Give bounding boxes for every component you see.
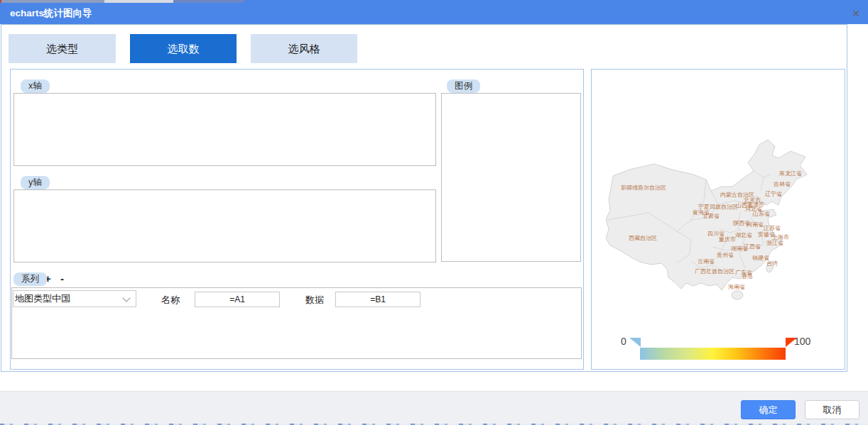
china-map-shape bbox=[606, 133, 833, 307]
data-label: 数据 bbox=[305, 294, 324, 307]
province-label: 黑龙江省 bbox=[779, 170, 802, 177]
x-axis-badge: x轴 bbox=[21, 79, 50, 93]
visualmap-bar[interactable] bbox=[640, 348, 786, 360]
dialog-titlebar: echarts统计图向导 ✕ bbox=[0, 3, 868, 24]
series-remove-button[interactable]: - bbox=[60, 272, 64, 285]
dialog-title: echarts统计图向导 bbox=[10, 3, 92, 24]
province-label: 甘肃省 bbox=[702, 212, 720, 220]
close-icon[interactable]: ✕ bbox=[850, 7, 862, 20]
y-axis-badge: y轴 bbox=[21, 176, 50, 189]
chevron-down-icon bbox=[122, 294, 130, 302]
name-input[interactable] bbox=[195, 292, 280, 307]
visualmap-min-label: 0 bbox=[621, 336, 626, 347]
y-axis-dropzone[interactable] bbox=[13, 189, 436, 263]
ok-button[interactable]: 确定 bbox=[741, 400, 796, 419]
cancel-button[interactable]: 取消 bbox=[805, 400, 859, 419]
map-type-value: 地图类型中国 bbox=[15, 293, 70, 304]
province-label: 云南省 bbox=[698, 258, 715, 265]
china-map: 新疆维吾尔自治区黑龙江省吉林省辽宁省内蒙古自治区北京市天津市河北省山西省宁夏回族… bbox=[592, 70, 845, 369]
echarts-wizard-dialog: echarts统计图向导 ✕ 选类型 选取数 选风格 x轴 y轴 图例 系列 +… bbox=[0, 0, 868, 425]
data-form-panel: x轴 y轴 图例 系列 + - 地图类型中国 名称 数据 bbox=[10, 69, 584, 370]
province-label: 山西省 bbox=[736, 202, 753, 209]
province-label: 香港 bbox=[742, 272, 753, 280]
chart-preview-panel: 新疆维吾尔自治区黑龙江省吉林省辽宁省内蒙古自治区北京市天津市河北省山西省宁夏回族… bbox=[591, 69, 845, 370]
series-row: 地图类型中国 名称 数据 bbox=[11, 287, 582, 359]
province-label: 新疆维吾尔自治区 bbox=[621, 184, 666, 192]
province-label: 贵州省 bbox=[717, 251, 734, 259]
province-label: 吉林省 bbox=[774, 180, 791, 188]
province-label: 海南省 bbox=[728, 283, 745, 291]
province-label: 台湾 bbox=[766, 260, 778, 267]
name-label: 名称 bbox=[161, 294, 180, 307]
province-label: 山东省 bbox=[753, 210, 770, 218]
legend-badge: 图例 bbox=[447, 79, 480, 93]
dialog-footer: 确定 取消 bbox=[0, 391, 868, 424]
province-label: 湖北省 bbox=[735, 231, 752, 239]
province-label: 重庆市 bbox=[719, 236, 736, 243]
province-label: 西藏自治区 bbox=[629, 234, 657, 242]
tab-select-data[interactable]: 选取数 bbox=[130, 34, 237, 63]
tab-select-type[interactable]: 选类型 bbox=[9, 34, 116, 63]
legend-dropzone[interactable] bbox=[441, 93, 581, 262]
province-label: 辽宁省 bbox=[765, 190, 782, 198]
province-label: 江西省 bbox=[744, 243, 761, 250]
x-axis-dropzone[interactable] bbox=[13, 93, 436, 166]
tab-select-style[interactable]: 选风格 bbox=[251, 34, 357, 63]
map-type-select[interactable]: 地图类型中国 bbox=[13, 290, 136, 307]
series-badge: 系列 bbox=[13, 272, 47, 286]
province-label: 河南省 bbox=[747, 221, 764, 228]
province-label: 浙江省 bbox=[766, 239, 783, 247]
data-input[interactable] bbox=[335, 292, 421, 307]
visualmap-max-label: 100 bbox=[794, 336, 810, 347]
province-label: 广西壮族自治区 bbox=[695, 267, 734, 275]
